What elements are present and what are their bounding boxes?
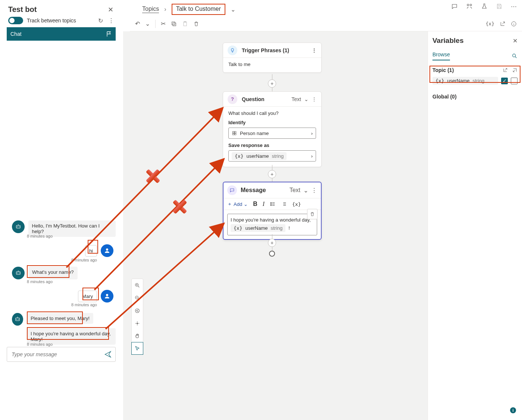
insert-variable-icon[interactable]: {x}	[292, 201, 301, 207]
breadcrumb: Topics › Talk to Customer ⌄	[142, 4, 235, 15]
entity-icon	[232, 131, 237, 136]
more-icon[interactable]: ⋯	[511, 3, 517, 10]
flask-icon[interactable]	[481, 3, 488, 10]
node-more-icon[interactable]: ⋮	[312, 96, 317, 102]
undo-icon[interactable]: ↶	[135, 20, 140, 27]
node-title: Message	[241, 187, 266, 194]
list-numbered-icon[interactable]	[281, 201, 287, 207]
chevron-right-icon: ›	[164, 6, 166, 13]
identify-label: Identify	[228, 120, 316, 125]
chevron-right-icon: ›	[311, 131, 313, 136]
info-badge[interactable]: i	[510, 407, 516, 413]
svg-point-24	[271, 205, 271, 206]
variables-panel: Variables ✕ Browse Topic (1) {x} userNam…	[428, 31, 522, 420]
svg-point-7	[106, 294, 108, 296]
bot-analytics-icon[interactable]	[466, 3, 473, 10]
center-icon[interactable]	[132, 317, 143, 330]
delete-message-button[interactable]	[307, 209, 318, 219]
node-more-icon[interactable]: ⋮	[312, 47, 317, 53]
save-icon[interactable]	[496, 3, 503, 10]
more-icon[interactable]: ⋮	[108, 17, 114, 24]
save-response-label: Save response as	[228, 142, 316, 148]
node-message[interactable]: Message Text ⌄ ⋮ ＋ Add ⌄ B I {x} I hope …	[223, 182, 322, 240]
close-icon[interactable]: ✕	[108, 6, 113, 14]
close-icon[interactable]: ✕	[513, 37, 518, 44]
node-more-icon[interactable]: ⋮	[311, 187, 317, 194]
chevron-down-icon[interactable]: ⌄	[304, 96, 309, 102]
message-icon	[227, 185, 237, 195]
global-section-label: Global (0)	[432, 94, 457, 100]
save-response-selector[interactable]: {x} userName string ›	[228, 150, 316, 162]
annotation-box	[82, 288, 99, 300]
annotation-box	[27, 265, 69, 278]
zoom-toolbar	[131, 279, 143, 355]
send-icon[interactable]	[104, 351, 112, 358]
chevron-down-icon[interactable]: ⌄	[145, 20, 150, 27]
node-trigger-phrases[interactable]: Trigger Phrases (1) ⋮ Talk to me	[223, 43, 322, 73]
select-icon[interactable]	[131, 342, 143, 355]
open-icon[interactable]	[500, 21, 506, 27]
svg-point-22	[271, 203, 271, 203]
timestamp: 8 minutes ago	[27, 234, 53, 238]
italic-icon[interactable]: I	[263, 201, 265, 207]
add-node-button[interactable]: +	[268, 79, 276, 88]
message-input-container	[7, 347, 116, 362]
node-question[interactable]: ? Question Text ⌄ ⋮ What should I call y…	[223, 91, 322, 167]
annotation-box	[88, 240, 98, 254]
trigger-phrase: Talk to me	[228, 62, 250, 67]
comment-icon[interactable]	[451, 3, 458, 10]
search-icon[interactable]	[512, 53, 518, 59]
variable-icon[interactable]: {x}	[486, 21, 494, 26]
copy-icon[interactable]	[171, 21, 177, 27]
fit-icon[interactable]	[132, 304, 143, 317]
flag-icon[interactable]	[106, 31, 112, 37]
end-node	[269, 251, 275, 257]
zoom-in-icon[interactable]	[132, 279, 143, 292]
node-title: Question	[242, 96, 265, 102]
svg-rect-8	[16, 318, 20, 321]
svg-rect-14	[172, 22, 175, 25]
annotation-box	[27, 311, 83, 324]
add-button[interactable]: ＋ Add ⌄	[227, 201, 248, 207]
message-body-editor[interactable]: I hope you're having a wonderful day, {x…	[227, 214, 317, 235]
chevron-right-icon: ›	[311, 153, 313, 159]
reset-icon[interactable]: ↻	[98, 17, 103, 24]
svg-point-1	[17, 226, 18, 227]
info-icon[interactable]	[511, 21, 517, 27]
identify-selector[interactable]: Person name ›	[228, 128, 316, 139]
delete-icon[interactable]	[193, 21, 199, 27]
question-icon: ?	[228, 94, 237, 104]
canvas-toolbar: ↶ ⌄ ✂ {x}	[130, 16, 522, 31]
cut-icon[interactable]: ✂	[161, 20, 166, 27]
message-punct: !	[288, 225, 290, 231]
tab-browse[interactable]: Browse	[432, 51, 450, 60]
zoom-out-icon[interactable]	[132, 292, 143, 304]
timestamp: 8 minutes ago	[71, 303, 97, 307]
breadcrumb-root[interactable]: Topics	[142, 6, 159, 13]
svg-point-2	[19, 226, 19, 227]
identify-value: Person name	[240, 131, 269, 136]
message-input[interactable]	[11, 351, 104, 358]
variable-icon: {x}	[235, 153, 243, 159]
svg-rect-18	[232, 131, 234, 133]
pan-icon[interactable]	[132, 330, 143, 342]
node-title: Trigger Phrases (1)	[242, 47, 289, 53]
breadcrumb-current[interactable]: Talk to Customer	[176, 6, 221, 12]
svg-point-6	[19, 273, 19, 273]
bot-avatar	[12, 313, 23, 326]
chevron-down-icon[interactable]: ⌄	[303, 187, 308, 194]
paste-icon[interactable]	[182, 21, 188, 27]
variable-name: userName	[246, 153, 269, 159]
bold-icon[interactable]: B	[253, 201, 257, 207]
chevron-down-icon[interactable]: ⌄	[231, 6, 235, 13]
svg-rect-19	[235, 131, 236, 133]
list-bulleted-icon[interactable]	[270, 201, 276, 207]
track-label: Track between topics	[27, 18, 76, 23]
chat-bar: Chat	[7, 27, 116, 41]
add-node-button[interactable]: +	[268, 170, 276, 178]
svg-point-23	[271, 204, 271, 204]
variables-title: Variables	[432, 37, 518, 45]
add-node-button[interactable]: +	[268, 239, 276, 247]
svg-point-10	[18, 319, 19, 320]
track-toggle[interactable]	[8, 17, 23, 24]
